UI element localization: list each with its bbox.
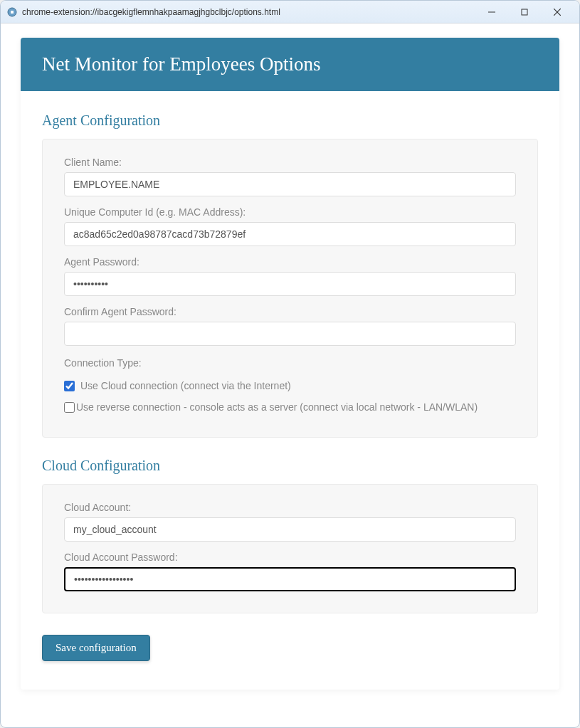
save-row: Save configuration xyxy=(42,635,538,661)
cloud-account-input[interactable] xyxy=(64,517,516,542)
cloud-password-input[interactable] xyxy=(64,567,516,591)
confirm-password-input[interactable] xyxy=(64,322,516,346)
page-title: Net Monitor for Employees Options xyxy=(21,38,559,91)
connection-type-label: Connection Type: xyxy=(64,357,516,369)
agent-password-input[interactable] xyxy=(64,272,516,296)
client-name-input[interactable] xyxy=(64,172,516,196)
cloud-account-label: Cloud Account: xyxy=(64,502,516,513)
agent-password-label: Agent Password: xyxy=(64,256,516,268)
window-title: chrome-extension://ibacgekigflemnhakpaam… xyxy=(22,7,475,17)
computer-id-input[interactable] xyxy=(64,222,516,246)
cloud-connection-label: Use Cloud connection (connect via the In… xyxy=(80,380,291,391)
content-area: Net Monitor for Employees Options Agent … xyxy=(1,23,579,727)
client-name-label: Client Name: xyxy=(64,157,516,168)
svg-rect-1 xyxy=(11,11,14,14)
app-window: chrome-extension://ibacgekigflemnhakpaam… xyxy=(0,0,580,728)
cloud-connection-checkbox[interactable] xyxy=(64,381,75,391)
window-controls xyxy=(475,1,574,23)
options-card: Net Monitor for Employees Options Agent … xyxy=(21,38,559,690)
cloud-section-title: Cloud Configuration xyxy=(42,458,538,474)
svg-rect-3 xyxy=(522,9,527,15)
cloud-password-label: Cloud Account Password: xyxy=(64,552,516,563)
close-button[interactable] xyxy=(541,1,574,23)
titlebar: chrome-extension://ibacgekigflemnhakpaam… xyxy=(1,1,579,23)
cloud-section: Cloud Account: Cloud Account Password: xyxy=(42,484,538,613)
reverse-connection-label: Use reverse connection - console acts as… xyxy=(76,401,478,413)
app-icon xyxy=(6,6,18,18)
confirm-password-label: Confirm Agent Password: xyxy=(64,306,516,317)
minimize-button[interactable] xyxy=(475,1,508,23)
reverse-connection-row: Use reverse connection - console acts as… xyxy=(64,401,516,413)
save-button[interactable]: Save configuration xyxy=(42,635,150,661)
agent-section: Client Name: Unique Computer Id (e.g. MA… xyxy=(42,139,538,438)
computer-id-label: Unique Computer Id (e.g. MAC Address): xyxy=(64,206,516,218)
maximize-button[interactable] xyxy=(508,1,541,23)
cloud-connection-row: Use Cloud connection (connect via the In… xyxy=(64,380,516,391)
card-body: Agent Configuration Client Name: Unique … xyxy=(21,91,559,690)
reverse-connection-checkbox[interactable] xyxy=(64,402,75,413)
agent-section-title: Agent Configuration xyxy=(42,112,538,129)
